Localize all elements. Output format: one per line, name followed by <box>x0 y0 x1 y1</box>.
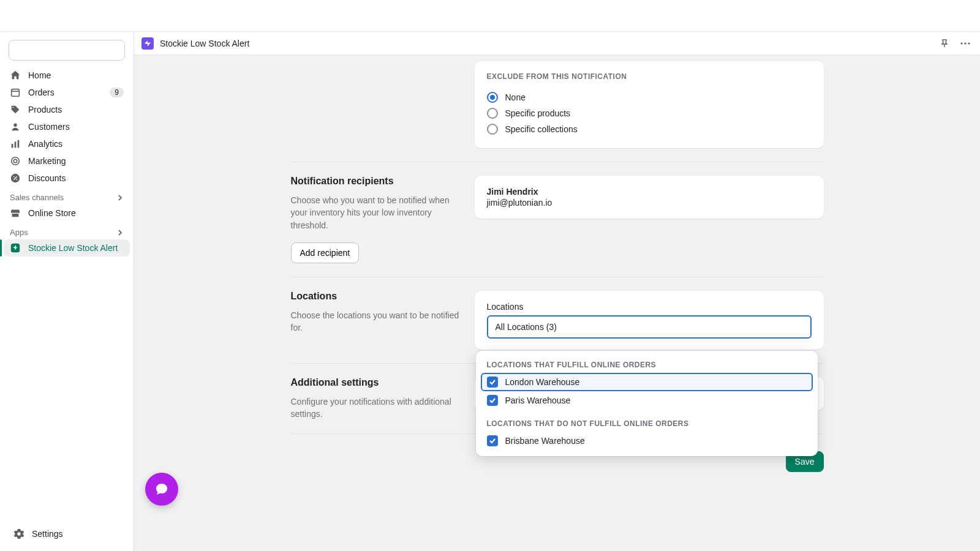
svg-rect-3 <box>15 141 17 148</box>
radio-icon <box>487 108 498 119</box>
svg-point-11 <box>960 42 962 44</box>
svg-point-9 <box>16 179 17 180</box>
stockie-app-icon <box>141 37 154 50</box>
home-icon <box>10 70 21 81</box>
location-option-paris[interactable]: Paris Warehouse <box>481 391 813 410</box>
nav-label: Settings <box>32 529 120 539</box>
svg-point-1 <box>13 124 17 127</box>
analytics-icon <box>10 138 21 149</box>
nav-label: Products <box>28 105 124 114</box>
pin-button[interactable] <box>937 36 952 51</box>
orders-icon <box>10 87 21 98</box>
customers-icon <box>10 121 21 132</box>
radio-label: Specific collections <box>505 124 578 134</box>
nav-customers[interactable]: Customers <box>4 118 130 135</box>
additional-title: Additional settings <box>291 377 460 388</box>
locations-dropdown: LOCATIONS THAT FULFILL ONLINE ORDERS Lon… <box>476 351 818 456</box>
apps-section[interactable]: Apps <box>0 222 134 239</box>
location-option-london[interactable]: London Warehouse <box>481 373 813 391</box>
dropdown-group-header: LOCATIONS THAT FULFILL ONLINE ORDERS <box>476 356 818 373</box>
add-recipient-button[interactable]: Add recipient <box>291 242 360 263</box>
nav-label: Home <box>28 70 124 80</box>
exclude-card: EXCLUDE FROM THIS NOTIFICATION None Spec… <box>475 61 824 148</box>
nav-label: Stockie Low Stock Alert <box>28 243 124 253</box>
locations-field-label: Locations <box>487 302 812 312</box>
nav-products[interactable]: Products <box>4 101 130 118</box>
sidebar: Home Orders 9 Products Customers <box>0 32 134 551</box>
radio-label: None <box>505 92 526 102</box>
nav-online-store[interactable]: Online Store <box>4 204 130 222</box>
locations-section: Locations Choose the locations you want … <box>291 277 824 364</box>
nav-discounts[interactable]: Discounts <box>4 170 130 187</box>
exclude-header: EXCLUDE FROM THIS NOTIFICATION <box>487 72 812 81</box>
option-label: Brisbane Warehouse <box>505 436 585 446</box>
recipients-section: Notification recipients Choose who you w… <box>291 162 824 277</box>
chat-widget-button[interactable] <box>145 473 178 506</box>
checkbox-checked-icon <box>487 395 498 406</box>
nav-home[interactable]: Home <box>4 67 130 84</box>
section-label: Apps <box>10 228 28 237</box>
locations-desc: Choose the locations you want to be noti… <box>291 309 460 334</box>
recipients-desc: Choose who you want to be notified when … <box>291 194 460 231</box>
svg-rect-0 <box>12 89 20 97</box>
svg-point-13 <box>968 42 970 44</box>
radio-specific-products[interactable]: Specific products <box>487 105 812 121</box>
store-icon <box>10 208 21 219</box>
page-scroll[interactable]: EXCLUDE FROM THIS NOTIFICATION None Spec… <box>134 55 980 551</box>
sales-channels-section[interactable]: Sales channels <box>0 187 134 204</box>
products-icon <box>10 104 21 115</box>
additional-desc: Configure your notifications with additi… <box>291 395 460 421</box>
radio-none[interactable]: None <box>487 89 812 105</box>
recipients-title: Notification recipients <box>291 176 460 187</box>
checkbox-checked-icon <box>487 377 498 388</box>
locations-select-value: All Locations (3) <box>496 322 557 332</box>
more-button[interactable] <box>958 36 973 51</box>
nav-marketing[interactable]: Marketing <box>4 152 130 170</box>
svg-rect-2 <box>12 144 13 148</box>
svg-point-6 <box>13 159 17 162</box>
nav-analytics[interactable]: Analytics <box>4 135 130 152</box>
nav-label: Orders <box>28 88 102 97</box>
chat-icon <box>154 482 169 497</box>
location-option-brisbane[interactable]: Brisbane Warehouse <box>481 432 813 450</box>
marketing-icon <box>10 156 21 167</box>
app-bar-title: Stockie Low Stock Alert <box>160 39 249 48</box>
svg-rect-4 <box>18 140 20 148</box>
nav-label: Discounts <box>28 173 124 183</box>
app-icon <box>10 242 21 253</box>
chevron-right-icon <box>116 194 124 201</box>
gear-icon <box>13 528 24 539</box>
locations-title: Locations <box>291 291 460 302</box>
section-label: Sales channels <box>10 193 64 202</box>
exclude-section: EXCLUDE FROM THIS NOTIFICATION None Spec… <box>291 55 824 162</box>
nav-label: Marketing <box>28 156 124 166</box>
nav-stockie-app[interactable]: Stockie Low Stock Alert <box>4 239 130 257</box>
discounts-icon <box>10 173 21 184</box>
radio-icon <box>487 92 498 103</box>
locations-card: Locations All Locations (3) <box>475 291 824 350</box>
option-label: London Warehouse <box>505 377 580 387</box>
radio-specific-collections[interactable]: Specific collections <box>487 121 812 137</box>
search-input[interactable] <box>9 40 125 61</box>
top-bar <box>0 0 980 32</box>
nav-label: Online Store <box>28 208 124 218</box>
recipient-name: Jimi Hendrix <box>487 187 812 197</box>
radio-label: Specific products <box>505 108 571 118</box>
dropdown-group-header: LOCATIONS THAT DO NOT FULFILL ONLINE ORD… <box>476 414 818 432</box>
radio-icon <box>487 124 498 135</box>
content-area: Stockie Low Stock Alert EXCLUDE FROM THI… <box>134 32 980 551</box>
locations-select[interactable]: All Locations (3) <box>487 315 812 339</box>
chevron-right-icon <box>116 229 124 236</box>
nav-settings[interactable]: Settings <box>7 525 126 542</box>
nav-label: Analytics <box>28 139 124 149</box>
nav-label: Customers <box>28 122 124 132</box>
nav-orders[interactable]: Orders 9 <box>4 84 130 101</box>
option-label: Paris Warehouse <box>505 395 571 405</box>
svg-point-12 <box>964 42 966 44</box>
checkbox-checked-icon <box>487 435 498 446</box>
orders-badge: 9 <box>110 88 124 97</box>
svg-point-5 <box>12 157 20 165</box>
recipient-email: jimi@plutonian.io <box>487 198 812 208</box>
recipient-card: Jimi Hendrix jimi@plutonian.io <box>475 176 824 219</box>
app-bar: Stockie Low Stock Alert <box>134 32 980 55</box>
